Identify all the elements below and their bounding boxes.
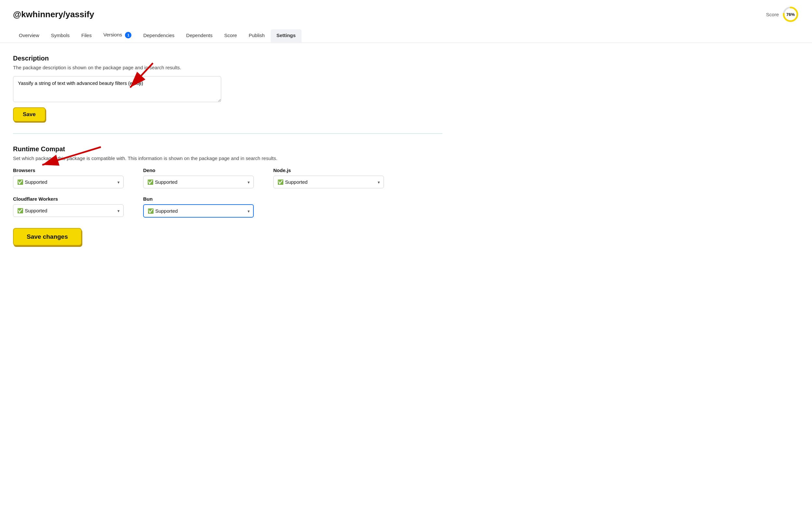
nav-item-overview[interactable]: Overview — [13, 29, 45, 42]
description-textarea[interactable]: Yassify a string of text with advanced b… — [13, 76, 221, 102]
browsers-select[interactable]: ✅ Supported ❌ Not Supported Unknown — [13, 176, 124, 188]
main-content: Description The package description is s… — [0, 43, 455, 265]
compat-browsers: Browsers ✅ Supported ❌ Not Supported Unk… — [13, 167, 124, 188]
score-value: 76% — [786, 12, 795, 17]
score-circle: 76% — [782, 6, 799, 23]
description-textarea-wrapper: Yassify a string of text with advanced b… — [13, 76, 443, 102]
brand-repo: /yassify — [63, 10, 94, 19]
browsers-label: Browsers — [13, 167, 124, 173]
nav-item-dependents[interactable]: Dependents — [180, 29, 218, 42]
bun-label: Bun — [143, 196, 254, 202]
nav-item-score[interactable]: Score — [218, 29, 243, 42]
cloudflare-label: Cloudflare Workers — [13, 196, 124, 202]
cloudflare-select-wrapper: ✅ Supported ❌ Not Supported Unknown ▾ — [13, 204, 124, 217]
runtime-compat-title: Runtime Compat — [13, 145, 443, 153]
bun-select-wrapper: ✅ Supported ❌ Not Supported Unknown ▾ — [143, 204, 254, 218]
brand-title: @kwhinnery/yassify — [13, 10, 94, 19]
deno-select-wrapper: ✅ Supported ❌ Not Supported Unknown ▾ — [143, 176, 254, 188]
nav-item-versions[interactable]: Versions 1 — [97, 29, 138, 42]
compat-grid: Browsers ✅ Supported ❌ Not Supported Unk… — [13, 167, 443, 218]
nav-bar: Overview Symbols Files Versions 1 Depend… — [0, 25, 812, 43]
nodejs-label: Node.js — [273, 167, 384, 173]
top-bar: @kwhinnery/yassify Score 76% — [0, 0, 812, 23]
deno-select[interactable]: ✅ Supported ❌ Not Supported Unknown — [143, 176, 254, 188]
compat-nodejs: Node.js ✅ Supported ❌ Not Supported Unkn… — [273, 167, 384, 188]
nav-item-files[interactable]: Files — [75, 29, 97, 42]
versions-badge: 1 — [125, 32, 131, 38]
compat-bun: Bun ✅ Supported ❌ Not Supported Unknown … — [143, 196, 254, 218]
compat-deno: Deno ✅ Supported ❌ Not Supported Unknown… — [143, 167, 254, 188]
browsers-select-wrapper: ✅ Supported ❌ Not Supported Unknown ▾ — [13, 176, 124, 188]
nav-item-dependencies[interactable]: Dependencies — [137, 29, 180, 42]
runtime-compat-desc: Set which packages this package is compa… — [13, 156, 443, 161]
nodejs-select[interactable]: ✅ Supported ❌ Not Supported Unknown — [273, 176, 384, 188]
description-desc: The package description is shown on the … — [13, 65, 443, 70]
compat-cloudflare: Cloudflare Workers ✅ Supported ❌ Not Sup… — [13, 196, 124, 218]
brand-user: @kwhinnery — [13, 10, 63, 19]
nav-item-publish[interactable]: Publish — [243, 29, 270, 42]
deno-label: Deno — [143, 167, 254, 173]
score-container: Score 76% — [766, 6, 799, 23]
bun-select[interactable]: ✅ Supported ❌ Not Supported Unknown — [143, 204, 254, 218]
nav-item-settings[interactable]: Settings — [271, 29, 302, 42]
score-text-label: Score — [766, 12, 779, 17]
nav-item-symbols[interactable]: Symbols — [45, 29, 76, 42]
runtime-compat-section: Runtime Compat Set which packages this p… — [13, 145, 443, 246]
save-changes-button[interactable]: Save changes — [13, 228, 82, 246]
description-title: Description — [13, 55, 443, 62]
nodejs-select-wrapper: ✅ Supported ❌ Not Supported Unknown ▾ — [273, 176, 384, 188]
section-divider — [13, 133, 443, 134]
save-button[interactable]: Save — [13, 107, 46, 122]
cloudflare-select[interactable]: ✅ Supported ❌ Not Supported Unknown — [13, 204, 124, 217]
description-section: Description The package description is s… — [13, 55, 443, 122]
